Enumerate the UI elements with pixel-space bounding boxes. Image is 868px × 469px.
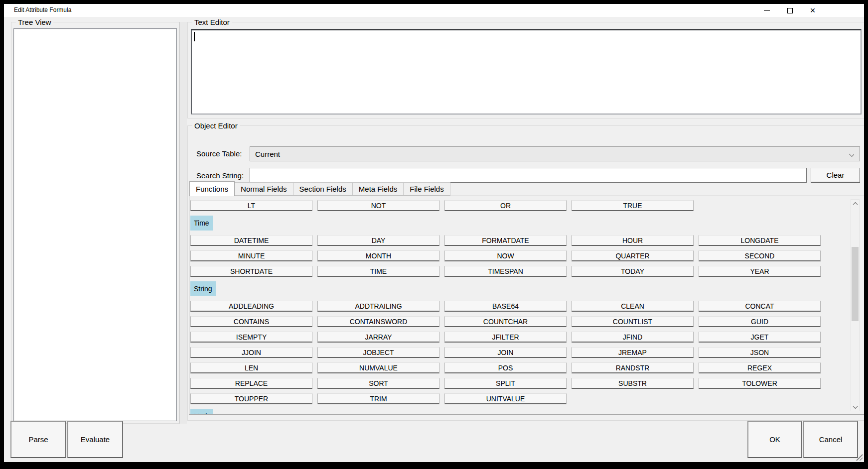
close-button[interactable]: × <box>801 4 824 17</box>
function-button-numvalue[interactable]: NUMVALUE <box>317 362 439 373</box>
function-button-hour[interactable]: HOUR <box>572 235 694 246</box>
function-button-addtrailing[interactable]: ADDTRAILING <box>317 301 439 312</box>
function-button-sort[interactable]: SORT <box>317 378 439 389</box>
cancel-button[interactable]: Cancel <box>803 421 858 458</box>
function-button-replace[interactable]: REPLACE <box>190 378 312 389</box>
tab-section-fields[interactable]: Section Fields <box>293 182 353 196</box>
function-button-len[interactable]: LEN <box>190 362 312 373</box>
function-button-concat[interactable]: CONCAT <box>699 301 821 312</box>
tab-meta-fields[interactable]: Meta Fields <box>352 182 404 196</box>
text-cursor <box>194 32 195 41</box>
function-button-shortdate[interactable]: SHORTDATE <box>190 266 312 277</box>
cancel-button-label: Cancel <box>819 435 843 444</box>
window-controls: × <box>755 4 824 17</box>
scroll-down-button[interactable] <box>851 403 859 411</box>
functions-grid: LTNOTORTRUETimeDATETIMEDAYFORMATDATEHOUR… <box>190 200 821 415</box>
function-button-lt[interactable]: LT <box>190 200 312 211</box>
function-button-countchar[interactable]: COUNTCHAR <box>444 316 567 327</box>
maximize-icon <box>787 8 793 13</box>
function-button-not[interactable]: NOT <box>317 200 439 211</box>
panel-splitter[interactable] <box>179 22 186 424</box>
function-button-year[interactable]: YEAR <box>699 266 821 277</box>
close-icon: × <box>810 6 816 15</box>
ok-button-label: OK <box>769 435 780 444</box>
function-button-split[interactable]: SPLIT <box>444 378 567 389</box>
parse-button[interactable]: Parse <box>10 421 66 458</box>
function-button-quarter[interactable]: QUARTER <box>572 250 694 261</box>
chevron-down-icon <box>849 152 854 157</box>
function-button-jobject[interactable]: JOBJECT <box>317 347 439 358</box>
function-button-jarray[interactable]: JARRAY <box>317 332 439 343</box>
function-button-guid[interactable]: GUID <box>699 316 821 327</box>
window-title: Edit Attribute Formula <box>14 6 71 13</box>
tree-view-groupbox: Tree View <box>11 22 179 424</box>
function-button-minute[interactable]: MINUTE <box>190 250 312 261</box>
parse-button-label: Parse <box>28 435 48 444</box>
function-button-containsword[interactable]: CONTAINSWORD <box>317 316 439 327</box>
tab-functions[interactable]: Functions <box>189 181 235 196</box>
source-table-value: Current <box>255 150 280 158</box>
function-button-json[interactable]: JSON <box>699 347 821 358</box>
function-button-clean[interactable]: CLEAN <box>572 301 694 312</box>
evaluate-button[interactable]: Evaluate <box>67 421 123 458</box>
function-button-isempty[interactable]: ISEMPTY <box>190 332 312 343</box>
source-table-label: Source Table: <box>196 149 242 158</box>
ok-button[interactable]: OK <box>747 421 802 458</box>
text-editor-groupbox: Text Editor <box>187 22 864 118</box>
function-button-substr[interactable]: SUBSTR <box>572 378 694 389</box>
function-button-pos[interactable]: POS <box>444 362 567 373</box>
function-button-month[interactable]: MONTH <box>317 250 439 261</box>
function-button-time[interactable]: TIME <box>317 266 439 277</box>
function-button-jremap[interactable]: JREMAP <box>572 347 694 358</box>
function-button-regex[interactable]: REGEX <box>699 362 821 373</box>
function-button-true[interactable]: TRUE <box>572 200 694 211</box>
function-button-timespan[interactable]: TIMESPAN <box>444 266 567 277</box>
category-label-math: Math <box>190 409 213 415</box>
function-button-jfilter[interactable]: JFILTER <box>444 332 567 343</box>
functions-scrollbar[interactable] <box>851 199 860 411</box>
function-button-jfind[interactable]: JFIND <box>572 332 694 343</box>
minimize-button[interactable] <box>755 4 778 17</box>
function-button-or[interactable]: OR <box>444 200 567 211</box>
tab-strip: FunctionsNormal FieldsSection FieldsMeta… <box>190 181 450 196</box>
maximize-button[interactable] <box>778 4 801 17</box>
function-button-today[interactable]: TODAY <box>572 266 694 277</box>
functions-tab-panel: LTNOTORTRUETimeDATETIMEDAYFORMATDATEHOUR… <box>189 196 864 415</box>
chevron-down-icon <box>853 404 858 409</box>
object-editor-label: Object Editor <box>192 121 240 130</box>
function-button-addleading[interactable]: ADDLEADING <box>190 301 312 312</box>
evaluate-button-label: Evaluate <box>81 435 110 444</box>
tree-view-label: Tree View <box>16 18 53 26</box>
edit-attribute-formula-window: Edit Attribute Formula × Tree View Text … <box>0 0 868 469</box>
function-button-now[interactable]: NOW <box>444 250 567 261</box>
tree-view[interactable] <box>13 28 177 421</box>
function-button-toupper[interactable]: TOUPPER <box>190 393 312 404</box>
function-button-trim[interactable]: TRIM <box>317 393 439 404</box>
tab-normal-fields[interactable]: Normal Fields <box>234 182 293 196</box>
scroll-up-button[interactable] <box>851 200 859 208</box>
function-button-jget[interactable]: JGET <box>699 332 821 343</box>
scrollbar-thumb[interactable] <box>852 247 859 321</box>
function-button-base64[interactable]: BASE64 <box>444 301 567 312</box>
function-button-countlist[interactable]: COUNTLIST <box>572 316 694 327</box>
minimize-icon <box>764 10 770 11</box>
formula-text-editor[interactable] <box>191 29 862 115</box>
title-bar: Edit Attribute Formula × <box>4 4 864 17</box>
function-button-formatdate[interactable]: FORMATDATE <box>444 235 567 246</box>
tab-file-fields[interactable]: File Fields <box>403 182 450 196</box>
function-button-tolower[interactable]: TOLOWER <box>699 378 821 389</box>
function-button-datetime[interactable]: DATETIME <box>190 235 312 246</box>
clear-button[interactable]: Clear <box>811 168 860 183</box>
function-button-unitvalue[interactable]: UNITVALUE <box>444 393 567 404</box>
source-table-combobox[interactable]: Current <box>250 146 860 161</box>
function-button-second[interactable]: SECOND <box>699 250 821 261</box>
window-frame: Edit Attribute Formula × Tree View Text … <box>4 4 864 462</box>
search-string-label: Search String: <box>196 171 244 180</box>
function-button-contains[interactable]: CONTAINS <box>190 316 312 327</box>
function-button-day[interactable]: DAY <box>317 235 439 246</box>
function-button-jjoin[interactable]: JJOIN <box>190 347 312 358</box>
function-button-join[interactable]: JOIN <box>444 347 567 358</box>
category-label-string: String <box>190 281 216 296</box>
function-button-longdate[interactable]: LONGDATE <box>699 235 821 246</box>
function-button-randstr[interactable]: RANDSTR <box>572 362 694 373</box>
